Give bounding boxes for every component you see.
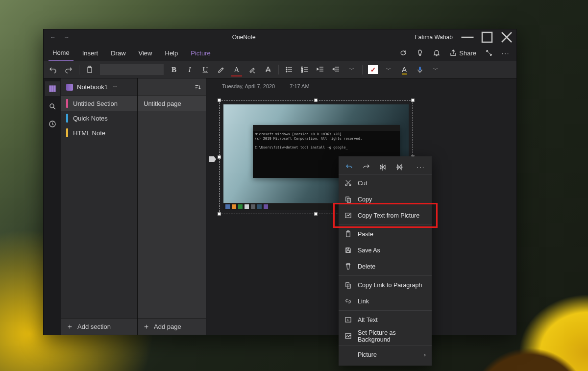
svg-text:A: A [347,319,349,322]
redo-icon[interactable] [63,63,74,76]
tab-insert[interactable]: Insert [78,45,102,61]
notification-icon[interactable] [431,47,442,59]
menu-tabs: Home Insert Draw View Help Picture Share… [44,45,516,61]
section-color-tab [66,128,68,137]
clear-formatting-icon[interactable] [247,63,258,76]
context-mini-toolbar: ··· [339,159,432,175]
onenote-window: ← → OneNote Fatima Wahab Home Insert Dra… [43,29,517,335]
svg-point-7 [286,69,287,70]
resize-handle[interactable] [411,99,415,102]
ctx-separator [339,310,432,311]
rail-notebooks-icon[interactable] [45,81,60,96]
paragraph-more-icon[interactable]: ﹀ [346,63,357,76]
ctx-set-picture-background[interactable]: Set Picture as Background [339,328,432,344]
rotate-right-icon[interactable] [360,161,372,173]
todo-tag-button[interactable] [368,63,378,76]
titlebar: ← → OneNote Fatima Wahab [44,29,516,45]
svg-point-8 [286,71,287,72]
minimize-button[interactable] [458,29,477,45]
close-button[interactable] [497,29,516,45]
resize-handle[interactable] [218,155,221,159]
outdent-icon[interactable] [315,63,326,76]
rail-search-icon[interactable] [45,99,60,114]
numbering-icon[interactable]: 123 [299,63,310,76]
flip-horizontal-icon[interactable] [393,161,405,173]
tags-more-icon[interactable]: ﹀ [383,63,394,76]
dictate-icon[interactable] [415,63,425,76]
ctx-copy-text-from-picture[interactable]: Copy Text from Picture [339,207,432,223]
lightbulb-icon[interactable] [414,47,426,59]
bold-button[interactable]: B [169,63,179,76]
container-anchor-icon[interactable] [209,156,216,162]
svg-point-28 [50,104,54,108]
flip-vertical-icon[interactable] [377,161,389,173]
page-item-untitled[interactable]: Untitled page [138,96,206,111]
ctx-separator [339,275,432,276]
tab-view[interactable]: View [135,45,156,61]
svg-rect-42 [347,248,349,249]
ctx-save-as[interactable]: Save As [339,242,432,258]
section-item-html-note[interactable]: HTML Note [61,125,137,140]
italic-button[interactable]: I [184,63,195,76]
rotate-left-icon[interactable] [343,161,355,173]
styles-button[interactable]: A [399,63,410,76]
share-button[interactable]: Share [447,47,478,59]
bullets-icon[interactable] [284,63,294,76]
ctx-cut[interactable]: Cut [339,175,432,191]
left-rail [44,78,61,335]
svg-point-34 [345,184,347,186]
svg-line-29 [53,107,55,109]
strikethrough-delete-button[interactable]: A̶ [263,63,273,76]
ctx-alt-text[interactable]: AAlt Text [339,312,432,328]
sync-icon[interactable] [397,47,409,59]
notebook-selector[interactable]: Notebook1 ﹀ [61,78,137,96]
app-title: OneNote [73,34,415,41]
ctx-separator [339,345,432,346]
ctx-paste[interactable]: Paste [339,226,432,242]
resize-handle[interactable] [314,212,318,216]
tab-help[interactable]: Help [161,45,182,61]
fullscreen-icon[interactable] [483,47,495,59]
mini-more-icon[interactable]: ··· [415,161,427,173]
svg-rect-26 [51,86,53,92]
ctx-link[interactable]: Link [339,293,432,309]
tab-draw[interactable]: Draw [107,45,129,61]
section-item-untitled[interactable]: Untitled Section [61,96,137,111]
section-item-quick-notes[interactable]: Quick Notes [61,111,137,125]
rail-recent-icon[interactable] [45,117,60,131]
chevron-down-icon: ﹀ [113,84,118,91]
dictate-more-icon[interactable]: ﹀ [430,63,441,76]
ctx-picture-submenu[interactable]: Picture› [339,346,432,363]
add-section-button[interactable]: ＋ Add section [61,318,137,335]
ctx-copy[interactable]: Copy [339,191,432,207]
undo-icon[interactable] [48,63,58,76]
maximize-button[interactable] [477,29,497,45]
page-meta: Tuesday, April 7, 2020 7:17 AM [222,83,310,89]
tab-picture[interactable]: Picture [187,45,214,61]
ctx-delete[interactable]: Delete [339,258,432,274]
resize-handle[interactable] [218,99,221,102]
highlight-icon[interactable] [216,63,226,76]
svg-rect-27 [54,86,55,92]
plus-icon: ＋ [66,322,74,331]
svg-rect-25 [49,86,51,92]
add-page-button[interactable]: ＋ Add page [138,318,206,335]
resize-handle[interactable] [218,212,221,216]
indent-icon[interactable] [331,63,342,76]
font-selector[interactable] [100,64,164,75]
svg-text:3: 3 [301,70,303,73]
nav-back-icon[interactable]: ← [47,30,59,44]
svg-point-6 [286,67,287,68]
svg-rect-39 [346,232,350,237]
ctx-copy-link-paragraph[interactable]: Copy Link to Paragraph [339,277,432,293]
more-icon[interactable]: ··· [500,47,512,59]
user-name[interactable]: Fatima Wahab [415,34,458,41]
resize-handle[interactable] [314,99,318,102]
svg-rect-24 [419,67,421,71]
pages-sort-button[interactable] [138,78,206,96]
underline-button[interactable]: U [200,63,211,76]
clipboard-icon[interactable] [84,63,95,76]
nav-forward-icon[interactable]: → [60,30,73,44]
font-color-button[interactable]: A [231,63,242,76]
tab-home[interactable]: Home [49,45,74,61]
